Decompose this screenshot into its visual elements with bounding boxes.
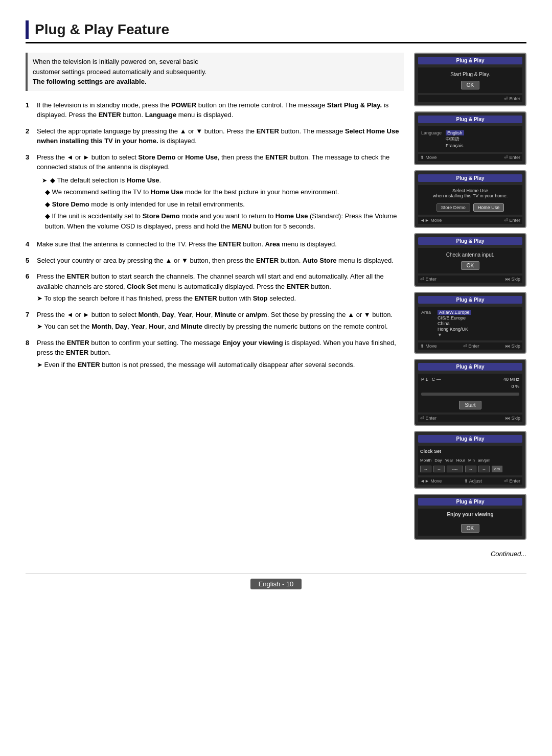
screen-3: Plug & Play Select Home Usewhen installi… xyxy=(414,170,526,228)
screen-2-footer: ⬆ Move ⏎ Enter xyxy=(418,154,522,161)
area-more-icon: ▼ xyxy=(438,332,471,337)
screen-6-mhz: 40 MHz xyxy=(503,377,519,382)
screen-4: Plug & Play Check antenna input. OK ⏎ En… xyxy=(414,233,526,287)
screen-7-clock-header: Clock Set xyxy=(420,449,441,454)
step-body-6: Press the ENTER button to start search t… xyxy=(37,271,404,304)
page-number-label: English - 10 xyxy=(250,579,302,589)
screen-1-title: Plug & Play xyxy=(418,57,522,64)
store-demo-btn[interactable]: Store Demo xyxy=(436,203,470,212)
step-3-sub-4: ◆ If the unit is accidentally set to Sto… xyxy=(42,211,404,231)
area-china[interactable]: China xyxy=(438,321,471,326)
screen-7-title: Plug & Play xyxy=(418,435,522,443)
screen-4-ok-btn[interactable]: OK xyxy=(461,261,479,270)
screen-8-content: Enjoy your viewing OK xyxy=(418,509,522,536)
step-body-2: Select the appropriate language by press… xyxy=(37,126,404,146)
step-num-3: 3 xyxy=(26,152,33,234)
step-body-4: Make sure that the antenna is connected … xyxy=(37,239,404,249)
screen-1: Plug & Play Start Plug & Play. OK ⏎ Ente… xyxy=(414,53,526,106)
home-use-btn[interactable]: Home Use xyxy=(473,203,504,212)
clock-field-year[interactable]: ---- xyxy=(447,466,463,472)
screen-1-ok-btn[interactable]: OK xyxy=(461,81,479,89)
screen-8: Plug & Play Enjoy your viewing OK xyxy=(414,494,526,540)
screen-3-title: Plug & Play xyxy=(418,174,522,182)
screen-3-content: Select Home Usewhen installing this TV i… xyxy=(418,185,522,215)
step-body-3: Press the ◄ or ► button to select Store … xyxy=(37,152,404,234)
step-num-6: 6 xyxy=(26,271,33,304)
clock-field-ampm[interactable]: am xyxy=(492,466,502,472)
step-3-sublist: ➤ ◆ The default selection is Home Use. ◆… xyxy=(37,175,404,232)
screen-6-footer: ⏎ Enter ⏭ Skip xyxy=(418,415,522,422)
step-num-7: 7 xyxy=(26,310,33,332)
screen-5-footer: ⬆ Move ⏎ Enter ⏭ Skip xyxy=(418,342,522,350)
step-1: 1 If the television is in standby mode, … xyxy=(26,100,404,120)
screen-7-content: Clock Set Month Day Year Hour Min am/pm … xyxy=(418,446,522,475)
step-num-1: 1 xyxy=(26,100,33,120)
screen-5-area-row: Area Asia/W.Europe CIS/E.Europe China Ho… xyxy=(421,310,519,337)
screen-6-progress-bar xyxy=(421,393,519,396)
area-asiaw[interactable]: Asia/W.Europe xyxy=(438,310,471,315)
screen-5-area-options: Asia/W.Europe CIS/E.Europe China Hong Ko… xyxy=(438,310,471,337)
screen-4-content: Check antenna input. OK xyxy=(418,248,522,273)
step-6: 6 Press the ENTER button to start search… xyxy=(26,271,404,304)
page-title: Plug & Play Feature xyxy=(35,21,169,38)
step-num-4: 4 xyxy=(26,239,33,249)
screen-4-title: Plug & Play xyxy=(418,237,522,245)
title-accent xyxy=(26,20,29,39)
screen-5-title: Plug & Play xyxy=(418,296,522,304)
step-body-1: If the television is in standby mode, pr… xyxy=(37,100,404,120)
screen-1-content: Start Plug & Play. OK xyxy=(418,67,522,93)
screen-8-ok-btn[interactable]: OK xyxy=(461,524,479,533)
step-body-7: Press the ◄ or ► button to select Month,… xyxy=(37,310,404,332)
arrow-icon-1: ➤ xyxy=(42,176,47,186)
step-4: 4 Make sure that the antenna is connecte… xyxy=(26,239,404,249)
steps-list: 1 If the television is in standby mode, … xyxy=(26,100,404,370)
screen-5-area-label: Area xyxy=(421,310,435,315)
step-num-8: 8 xyxy=(26,338,33,370)
step-7-note: ➤ You can set the Month, Day, Year, Hour… xyxy=(37,322,404,332)
clock-label-day: Day xyxy=(434,458,442,463)
screen-4-footer: ⏎ Enter ⏭ Skip xyxy=(418,276,522,283)
screen-8-message: Enjoy your viewing xyxy=(447,512,493,517)
screen-6-title: Plug & Play xyxy=(418,363,522,371)
clock-field-hour[interactable]: -- xyxy=(465,466,476,472)
screen-2-lang-label: Language xyxy=(421,130,444,135)
screen-3-btns: Store Demo Home Use xyxy=(436,203,504,212)
clock-field-month[interactable]: -- xyxy=(420,466,431,472)
continued-line: Continued... xyxy=(26,550,526,558)
screen-8-title: Plug & Play xyxy=(418,498,522,506)
lang-option-chinese[interactable]: 中国语 xyxy=(446,136,464,143)
screen-2-lang-row: Language English 中国语 Français xyxy=(421,130,519,148)
screen-6-row2: 0 % xyxy=(421,384,519,389)
step-8-note: ➤ Even if the ENTER button is not presse… xyxy=(37,360,404,370)
screen-6-content: P 1 C — 40 MHz 0 % Start xyxy=(418,374,522,413)
lang-option-french[interactable]: Français xyxy=(446,143,464,148)
intro-box: When the television is initially powered… xyxy=(26,53,404,91)
bottom-bar: English - 10 xyxy=(26,573,526,589)
screen-6-percent: 0 % xyxy=(511,384,519,389)
step-3: 3 Press the ◄ or ► button to select Stor… xyxy=(26,152,404,234)
step-3-sub-1: ➤ ◆ The default selection is Home Use. xyxy=(42,175,404,186)
step-2: 2 Select the appropriate language by pre… xyxy=(26,126,404,146)
continued-text: Continued... xyxy=(491,550,526,558)
screen-2-content: Language English 中国语 Français xyxy=(418,126,522,152)
step-body-8: Press the ENTER button to confirm your s… xyxy=(37,338,404,370)
screen-3-message: Select Home Usewhen installing this TV i… xyxy=(433,188,508,198)
clock-label-hour: Hour xyxy=(456,458,465,463)
step-3-sub-2: ◆ We recommend setting the TV to Home Us… xyxy=(42,187,404,197)
screen-6-start-btn[interactable]: Start xyxy=(459,401,481,409)
screen-6-p: P 1 C — xyxy=(421,377,441,382)
screen-3-footer: ◄► Move ⏎ Enter xyxy=(418,217,522,224)
screen-5-content: Area Asia/W.Europe CIS/E.Europe China Ho… xyxy=(418,307,522,340)
screen-6: Plug & Play P 1 C — 40 MHz 0 % Start ⏎ E… xyxy=(414,359,526,426)
screen-2-title: Plug & Play xyxy=(418,116,522,123)
clock-field-day[interactable]: -- xyxy=(433,466,445,472)
step-7: 7 Press the ◄ or ► button to select Mont… xyxy=(26,310,404,332)
clock-label-min: Min xyxy=(468,458,475,463)
clock-field-minute[interactable]: -- xyxy=(478,466,490,472)
screen-7-clock-fields: -- -- ---- -- -- am xyxy=(420,466,502,472)
screen-6-row1: P 1 C — 40 MHz xyxy=(421,377,519,382)
lang-option-english[interactable]: English xyxy=(446,130,464,135)
area-cise[interactable]: CIS/E.Europe xyxy=(438,315,471,320)
step-6-note: ➤ To stop the search before it has finis… xyxy=(37,293,404,304)
area-hk[interactable]: Hong Kong/UK xyxy=(438,327,471,332)
